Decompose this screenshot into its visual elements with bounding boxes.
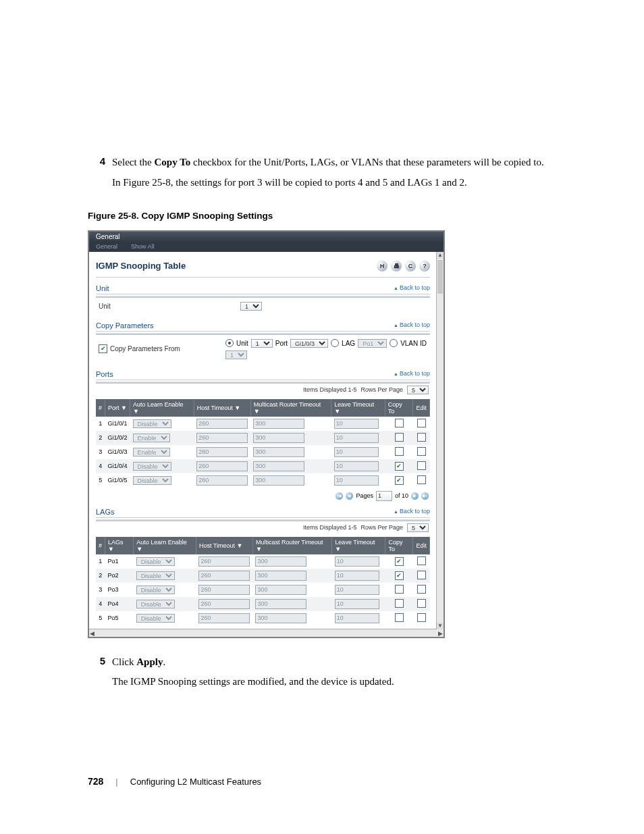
edit-checkbox[interactable] — [417, 556, 426, 565]
col-router[interactable]: Multicast Router Timeout ▼ — [250, 399, 331, 417]
source-vlan-radio[interactable] — [390, 339, 398, 347]
copy-to-checkbox[interactable] — [395, 585, 404, 594]
auto-learn-select[interactable]: Disable — [136, 585, 175, 594]
col-router[interactable]: Multicast Router Timeout ▼ — [252, 537, 331, 554]
source-vlan-select[interactable]: 1 — [225, 350, 247, 359]
host-timeout-input[interactable] — [196, 419, 248, 429]
col-port[interactable]: Port ▼ — [105, 399, 130, 417]
router-timeout-input[interactable] — [253, 461, 304, 471]
col-lags[interactable]: LAGs ▼ — [105, 537, 134, 554]
vertical-scrollbar[interactable]: ▲▼ — [436, 252, 444, 629]
save-icon[interactable]: H — [377, 261, 387, 271]
edit-checkbox[interactable] — [417, 585, 426, 594]
auto-learn-select[interactable]: Disable — [133, 419, 171, 428]
leave-timeout-input[interactable] — [334, 461, 379, 471]
host-timeout-input[interactable] — [198, 571, 250, 581]
edit-checkbox[interactable] — [417, 613, 426, 622]
leave-timeout-input[interactable] — [335, 556, 379, 567]
source-lag-radio[interactable] — [331, 339, 339, 347]
router-timeout-input[interactable] — [253, 475, 304, 486]
router-timeout-input[interactable] — [253, 419, 304, 429]
leave-timeout-input[interactable] — [335, 585, 379, 595]
rows-per-page-select[interactable]: 5 — [407, 386, 429, 394]
page-next-icon[interactable]: ▶ — [411, 492, 419, 500]
source-port-select[interactable]: Gi1/0/3 — [290, 339, 328, 348]
col-host[interactable]: Host Timeout ▼ — [196, 537, 252, 554]
refresh-icon[interactable]: C — [405, 261, 416, 271]
page-prev-icon[interactable]: ◀ — [346, 492, 353, 500]
edit-checkbox[interactable] — [417, 433, 426, 442]
leave-timeout-input[interactable] — [334, 433, 379, 443]
page-input[interactable] — [376, 491, 392, 501]
edit-checkbox[interactable] — [417, 447, 426, 456]
copy-params-from-checkbox[interactable] — [99, 344, 107, 353]
rows-per-page-select[interactable]: 5 — [407, 523, 429, 532]
back-to-top-link[interactable]: Back to top — [394, 508, 430, 516]
col-idx[interactable]: # — [96, 399, 105, 417]
edit-checkbox[interactable] — [417, 461, 426, 470]
edit-checkbox[interactable] — [417, 419, 426, 427]
tab-show-all[interactable]: Show All — [124, 242, 161, 252]
auto-learn-select[interactable]: Disable — [133, 476, 171, 485]
copy-to-checkbox[interactable] — [395, 571, 404, 580]
copy-to-checkbox[interactable] — [395, 462, 404, 471]
copy-to-checkbox[interactable] — [395, 476, 404, 485]
col-leave[interactable]: Leave Timeout ▼ — [331, 399, 385, 417]
router-timeout-input[interactable] — [255, 556, 306, 567]
leave-timeout-input[interactable] — [334, 447, 379, 457]
leave-timeout-input[interactable] — [335, 571, 379, 581]
copy-to-checkbox[interactable] — [395, 557, 404, 566]
router-timeout-input[interactable] — [253, 447, 304, 457]
auto-learn-select[interactable]: Disable — [136, 557, 175, 566]
host-timeout-input[interactable] — [196, 433, 248, 443]
auto-learn-select[interactable]: Disable — [136, 600, 175, 608]
horizontal-scrollbar[interactable] — [89, 629, 444, 637]
back-to-top-link[interactable]: Back to top — [394, 284, 430, 292]
edit-checkbox[interactable] — [417, 571, 426, 579]
auto-learn-select[interactable]: Disable — [133, 462, 171, 471]
copy-to-checkbox[interactable] — [395, 613, 404, 622]
source-lag-select[interactable]: Po1 — [358, 339, 387, 348]
col-auto[interactable]: Auto Learn Enable ▼ — [134, 537, 196, 554]
auto-learn-select[interactable]: Enable — [133, 434, 170, 442]
col-host[interactable]: Host Timeout ▼ — [194, 399, 250, 417]
host-timeout-input[interactable] — [198, 585, 250, 595]
host-timeout-input[interactable] — [198, 599, 250, 609]
page-last-icon[interactable]: ▶| — [421, 492, 429, 500]
help-icon[interactable]: ? — [419, 261, 430, 271]
host-timeout-input[interactable] — [198, 613, 250, 623]
copy-to-checkbox[interactable] — [395, 599, 404, 608]
edit-checkbox[interactable] — [417, 599, 426, 608]
page-first-icon[interactable]: |◀ — [336, 492, 343, 500]
leave-timeout-input[interactable] — [334, 419, 379, 429]
source-unit-radio[interactable] — [225, 339, 234, 347]
unit-select[interactable]: 1 — [240, 302, 262, 311]
auto-learn-select[interactable]: Disable — [136, 614, 175, 623]
print-icon[interactable]: 🖶 — [391, 261, 402, 271]
router-timeout-input[interactable] — [255, 599, 306, 609]
copy-to-checkbox[interactable] — [395, 419, 404, 427]
leave-timeout-input[interactable] — [335, 599, 379, 609]
leave-timeout-input[interactable] — [334, 475, 379, 486]
col-leave[interactable]: Leave Timeout ▼ — [332, 537, 385, 554]
auto-learn-select[interactable]: Disable — [136, 571, 175, 580]
router-timeout-input[interactable] — [255, 571, 306, 581]
host-timeout-input[interactable] — [196, 461, 248, 471]
host-timeout-input[interactable] — [196, 475, 248, 486]
tab-general-top[interactable]: General — [89, 232, 127, 242]
tab-general[interactable]: General — [89, 242, 124, 252]
edit-checkbox[interactable] — [417, 475, 426, 484]
back-to-top-link[interactable]: Back to top — [394, 321, 430, 330]
host-timeout-input[interactable] — [196, 447, 248, 457]
back-to-top-link[interactable]: Back to top — [394, 370, 430, 378]
copy-to-checkbox[interactable] — [395, 447, 404, 456]
auto-learn-select[interactable]: Enable — [133, 448, 170, 457]
host-timeout-input[interactable] — [198, 556, 250, 567]
col-idx[interactable]: # — [96, 537, 105, 554]
router-timeout-input[interactable] — [253, 433, 304, 443]
leave-timeout-input[interactable] — [335, 613, 379, 623]
col-auto[interactable]: Auto Learn Enable ▼ — [130, 399, 194, 417]
copy-to-checkbox[interactable] — [395, 433, 404, 442]
router-timeout-input[interactable] — [255, 613, 306, 623]
source-unit-select[interactable]: 1 — [251, 339, 273, 348]
